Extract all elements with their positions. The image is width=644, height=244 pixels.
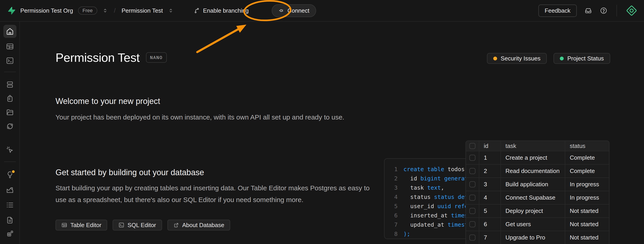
checkbox-cell: [466, 191, 479, 204]
welcome-body: Your project has been deployed on its ow…: [56, 111, 344, 123]
security-issues-button[interactable]: Security Issues: [487, 53, 547, 64]
main-content: Permission Test NANO Security Issues Pro…: [20, 22, 644, 244]
task-cell: Deploy project: [501, 205, 565, 217]
org-switcher-chevrons-icon[interactable]: [102, 8, 108, 13]
task-cell: Create a project: [501, 151, 565, 164]
project-status-button[interactable]: Project Status: [554, 53, 610, 64]
checkbox-cell: [466, 231, 479, 244]
sidebar-item-table-editor[interactable]: [4, 40, 16, 53]
enable-branching-button[interactable]: Enable branching: [194, 7, 249, 14]
task-cell: Connect Supabase: [501, 191, 565, 204]
row-checkbox[interactable]: [469, 235, 476, 241]
table-row: 7Upgrade to ProNot started: [466, 231, 609, 244]
sidebar-item-api-docs[interactable]: [4, 214, 16, 227]
code-text: task text,: [398, 185, 444, 191]
sidebar-item-sql-editor[interactable]: [4, 54, 16, 67]
sidebar-item-edge-functions[interactable]: [4, 120, 16, 133]
about-database-button[interactable]: About Database: [168, 220, 230, 231]
status-cell: Not started: [565, 231, 609, 244]
get-started-heading: Get started by building out your databas…: [56, 168, 204, 177]
sidebar-item-database[interactable]: [4, 78, 16, 91]
table-row: 1Create a projectComplete: [466, 151, 609, 165]
sql-editor-button[interactable]: SQL Editor: [112, 220, 162, 231]
status-cell: Complete: [565, 151, 609, 164]
help-icon[interactable]: [600, 7, 608, 14]
reports-chart-icon: [6, 186, 14, 194]
advisors-notification-dot: [11, 169, 16, 174]
sidebar-item-storage[interactable]: [4, 106, 16, 119]
line-number: 4: [384, 194, 398, 200]
home-icon: [6, 27, 14, 35]
project-health-diamond-icon[interactable]: [626, 5, 637, 16]
id-cell: 6: [479, 218, 501, 231]
id-cell: 1: [479, 151, 501, 164]
table-editor-button[interactable]: Table Editor: [56, 220, 107, 231]
checkbox-cell: [466, 218, 479, 231]
sidebar-item-realtime[interactable]: [4, 143, 16, 157]
table-header-row: idtaskstatus: [466, 141, 609, 151]
plan-badge: Free: [78, 6, 97, 15]
line-number: 8: [384, 231, 398, 237]
code-text: create table todos (: [398, 166, 472, 173]
table-row: 4Connect SupabaseIn progress: [466, 191, 609, 205]
external-link-icon: [173, 222, 179, 228]
status-cell: Complete: [565, 165, 609, 178]
table-row: 3Build applicationIn progress: [466, 178, 609, 191]
row-checkbox[interactable]: [469, 221, 476, 227]
checkbox-cell: [466, 141, 479, 151]
plug-icon: [278, 8, 284, 13]
status-cell: Not started: [565, 205, 609, 217]
status-cell: In progress: [565, 178, 609, 191]
checkbox-cell: [466, 151, 479, 164]
row-checkbox[interactable]: [469, 155, 476, 161]
sidebar-item-logs[interactable]: [4, 199, 16, 212]
line-number: 2: [384, 175, 398, 182]
task-cell: Get users: [501, 218, 565, 231]
column-header-id: id: [479, 141, 501, 151]
welcome-heading: Welcome to your new project: [56, 96, 160, 106]
compute-size-badge[interactable]: NANO: [146, 52, 167, 63]
status-cell: In progress: [565, 191, 609, 204]
page-title: Permission Test: [56, 50, 140, 64]
checkbox-cell: [466, 205, 479, 217]
table-editor-icon: [6, 42, 14, 50]
auth-lock-icon: [6, 94, 14, 103]
row-checkbox[interactable]: [469, 181, 476, 187]
checkbox-cell: [466, 165, 479, 178]
line-number: 7: [384, 222, 398, 228]
terminal-icon: [118, 222, 124, 228]
sidebar-item-authentication[interactable]: [4, 92, 16, 105]
project-name-breadcrumb[interactable]: Permission Test: [122, 7, 163, 14]
row-checkbox[interactable]: [469, 195, 476, 201]
project-switcher-chevrons-icon[interactable]: [168, 8, 174, 13]
sidebar-item-integrations[interactable]: [4, 227, 16, 240]
about-database-label: About Database: [182, 222, 224, 229]
inbox-icon[interactable]: [584, 7, 592, 14]
id-cell: 3: [479, 178, 501, 191]
line-number: 3: [384, 185, 398, 191]
todos-table: idtaskstatus1Create a projectComplete2Re…: [466, 141, 610, 244]
connect-button[interactable]: Connect: [272, 4, 316, 17]
supabase-logo-icon[interactable]: [7, 6, 15, 15]
connect-label: Connect: [288, 7, 309, 14]
table-row: 5Deploy projectNot started: [466, 205, 609, 218]
table-icon: [62, 222, 67, 228]
table-row: 2Read documentationComplete: [466, 165, 609, 178]
edge-functions-icon: [6, 122, 14, 130]
database-icon: [6, 80, 14, 89]
row-checkbox[interactable]: [469, 208, 476, 214]
line-number: 5: [384, 203, 398, 210]
top-navigation-bar: Permission Test Org Free / Permission Te…: [0, 0, 644, 22]
sidebar-item-advisors[interactable]: [4, 168, 16, 181]
row-checkbox[interactable]: [469, 168, 476, 174]
org-name[interactable]: Permission Test Org: [20, 7, 73, 14]
feedback-button[interactable]: Feedback: [538, 4, 577, 17]
sql-editor-icon: [6, 57, 14, 65]
sidebar-item-home[interactable]: [4, 25, 16, 38]
sidebar-item-reports[interactable]: [4, 183, 16, 196]
checkbox-cell: [466, 178, 479, 191]
storage-folder-icon: [6, 108, 14, 116]
code-text: );: [398, 231, 410, 237]
select-all-checkbox[interactable]: [469, 143, 476, 149]
task-cell: Build application: [501, 178, 565, 191]
